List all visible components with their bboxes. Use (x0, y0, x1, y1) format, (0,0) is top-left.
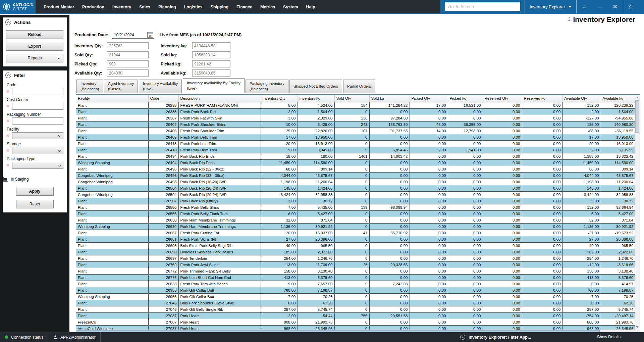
cell-sold-kg[interactable]: 141,284.22 (369, 102, 410, 108)
cell-inventory-qty[interactable]: 25.00 (261, 128, 298, 134)
cell-facility[interactable]: Plant (76, 185, 148, 191)
cell-available-kg[interactable]: -19,673.92 (601, 230, 635, 236)
cell-code[interactable]: 26416 (148, 147, 178, 153)
cell-facility[interactable]: Plant (76, 204, 148, 210)
tab-inventory-availability-by-facility[interactable]: Inventory Availability By Facility(Live) (183, 78, 245, 93)
cell-code[interactable]: 26556 (148, 210, 178, 217)
cell-reserved-qty[interactable]: 0.00 (483, 172, 522, 179)
cell-available-kg[interactable]: 3,130.40 (601, 268, 635, 274)
cell-available-kg[interactable]: 26,348.96 (601, 325, 635, 330)
stat-value-field[interactable] (107, 69, 149, 77)
cell-code[interactable]: 26696 (148, 249, 178, 255)
cell-reserved-qty[interactable]: 0.00 (483, 281, 522, 287)
clear-icon[interactable]: ✕ (6, 89, 10, 94)
cell-inventory-qty[interactable]: 413.00 (261, 274, 298, 281)
cell-facility[interactable]: Plant (76, 121, 148, 128)
table-row[interactable]: Plant27087Pork Heart2.0054.4475620,551.5… (76, 312, 635, 319)
cell-picked-qty[interactable]: 0.00 (410, 172, 448, 179)
table-row[interactable]: Plant27046Pork Gilt Belly Single Rib287.… (76, 306, 635, 312)
cell-picked-kg[interactable]: 0.00 (448, 325, 483, 330)
cell-picked-kg[interactable]: 0.00 (448, 134, 483, 140)
cell-reserved-kg[interactable]: 0.00 (522, 115, 562, 121)
clear-icon[interactable]: ✕ (6, 148, 10, 153)
cell-code[interactable]: 26498 (148, 179, 178, 185)
cell-inventory-kg[interactable]: 4,524.00 (298, 102, 334, 108)
cell-picked-kg[interactable]: 0.00 (448, 268, 483, 274)
column-header-reserved-qty[interactable]: Reserved Qty (483, 95, 522, 102)
cell-available-qty[interactable]: 287.00 (562, 306, 601, 312)
cell-available-kg[interactable]: 5,427.00 (601, 210, 635, 217)
cell-available-qty[interactable]: 0.00 (562, 281, 601, 287)
cell-reserved-qty[interactable]: 0.00 (483, 121, 522, 128)
cell-reserved-kg[interactable]: 0.00 (522, 147, 562, 153)
cell-reserved-qty[interactable]: 0.00 (483, 217, 522, 223)
menu-item-shipping[interactable]: Shipping (207, 0, 232, 13)
cell-picked-qty[interactable]: 0.00 (410, 312, 448, 319)
cell-picked-qty[interactable]: 0.00 (410, 191, 448, 198)
cell-sold-qty[interactable]: 9 (334, 147, 369, 153)
menu-item-logistics[interactable]: Logistics (180, 0, 207, 13)
cell-facility[interactable]: Winnipeg Shipping (76, 159, 148, 166)
cell-reserved-kg[interactable]: 0.00 (522, 306, 562, 312)
cell-facility[interactable]: Plant (76, 242, 148, 249)
table-row[interactable]: Plant26695Bnls Sknls Pork Belly Sngl Rib… (76, 242, 635, 249)
cell-code[interactable]: 26402 (148, 121, 178, 128)
clear-icon[interactable]: ✕ (6, 104, 10, 109)
cell-picked-qty[interactable]: 0.00 (410, 159, 448, 166)
cell-facility[interactable]: Plant (76, 147, 148, 153)
cell-inventory-qty[interactable]: 287.00 (261, 306, 298, 312)
cell-available-kg[interactable]: 30,921.92 (601, 223, 635, 230)
cell-reserved-qty[interactable]: 0.00 (483, 230, 522, 236)
cell-available-qty[interactable]: 32.00 (562, 217, 601, 223)
packaging-number-input[interactable] (12, 117, 63, 125)
reload-button[interactable]: Reload (6, 30, 63, 39)
cell-facility[interactable]: Plant (76, 102, 148, 108)
table-row[interactable]: Plant26413Fresh Pork Loin Trim20.0016,91… (76, 140, 635, 147)
cell-inventory-kg[interactable]: 11,200.64 (298, 179, 334, 185)
cell-picked-qty[interactable]: 0.00 (410, 115, 448, 121)
cell-available-kg[interactable]: 1,424.06 (601, 185, 635, 191)
cell-picked-qty[interactable]: 0.00 (410, 242, 448, 249)
column-header-picked-kg[interactable]: Picked kg (448, 95, 483, 102)
cell-code[interactable]: 26956 (148, 293, 178, 300)
stat-value-field[interactable] (192, 69, 230, 77)
cell-reserved-qty[interactable]: 0.00 (483, 312, 522, 319)
cell-sold-qty[interactable]: 0 (334, 325, 369, 330)
cell-description[interactable]: Bnls Sknls Pork Belly Sngl Rib (178, 242, 261, 249)
cell-sold-kg[interactable]: 0.00 (369, 185, 410, 191)
tab-inventory-availability[interactable]: Inventory Availability(Live) (139, 80, 182, 93)
cell-facility[interactable]: Plant (76, 312, 148, 319)
table-row[interactable]: Plant26778Pork Loin Short Cut Ham End413… (76, 274, 635, 281)
cell-available-kg[interactable]: 414.97 (601, 281, 635, 287)
cell-inventory-qty[interactable]: 760.00 (261, 287, 298, 293)
cell-picked-qty[interactable]: 0.00 (410, 236, 448, 242)
cell-sold-qty[interactable]: 0 (334, 287, 369, 293)
cell-inventory-qty[interactable]: 7.00 (261, 204, 298, 210)
cell-facility[interactable]: Winnipeg Shipping (76, 293, 148, 300)
cell-available-qty[interactable]: -127.00 (562, 115, 601, 121)
cell-available-kg[interactable]: 1,246.70 (601, 255, 635, 261)
cell-code[interactable]: 26496 (148, 166, 178, 172)
cell-description[interactable]: Pork Tenderloin (178, 255, 261, 261)
cell-inventory-kg[interactable]: 62.20 (298, 300, 334, 306)
cell-available-qty[interactable]: -12.00 (562, 261, 601, 268)
cell-facility[interactable]: Plant (76, 306, 148, 312)
cell-reserved-qty[interactable]: 0.00 (483, 198, 522, 204)
cell-code[interactable]: 27046 (148, 306, 178, 312)
cell-available-qty[interactable]: -27.00 (562, 230, 601, 236)
current-user[interactable]: APP2\Administrator (48, 332, 101, 342)
cell-inventory-qty[interactable]: 3.00 (261, 198, 298, 204)
cell-reserved-qty[interactable]: 0.00 (483, 185, 522, 191)
cell-reserved-kg[interactable]: 0.00 (522, 179, 562, 185)
cell-picked-kg[interactable]: 0.00 (448, 274, 483, 281)
cell-facility[interactable]: Plant (76, 261, 148, 268)
production-date-input[interactable]: 10/21/2024 15 (112, 31, 154, 39)
cell-picked-qty[interactable]: 0.00 (410, 261, 448, 268)
cell-facility[interactable]: Plant (76, 274, 148, 281)
cell-description[interactable]: Pork Gilt Collar Butt (178, 287, 261, 293)
cell-inventory-kg[interactable]: 48,875.67 (298, 172, 334, 179)
cell-reserved-qty[interactable]: 0.00 (483, 300, 522, 306)
cell-inventory-qty[interactable]: 2.00 (261, 312, 298, 319)
cell-picked-qty[interactable]: 0.00 (410, 274, 448, 281)
cell-facility[interactable]: VersaCold Winnipeg (76, 325, 148, 330)
